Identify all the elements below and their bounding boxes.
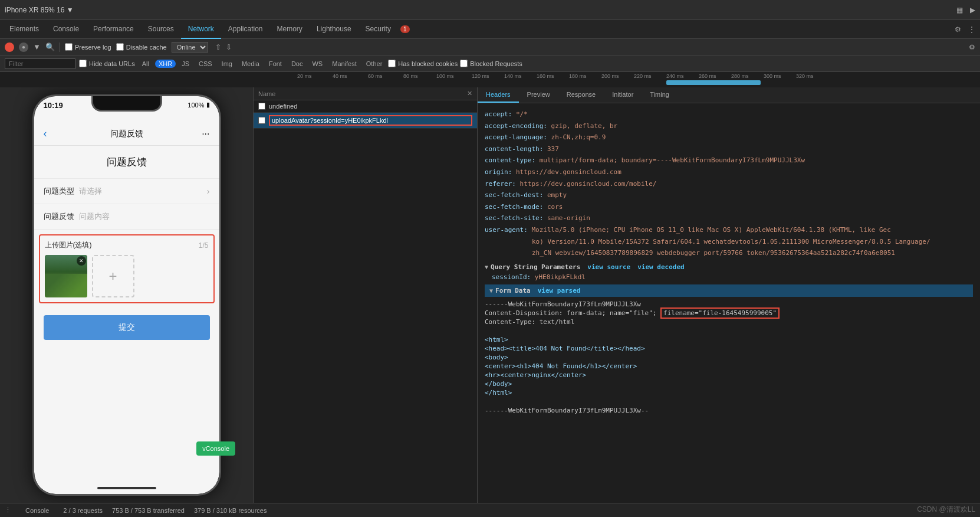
origin-header: origin: https://dev.gonsincloud.com <box>485 167 973 178</box>
tab-network[interactable]: Network <box>181 20 221 39</box>
main-content: 10:19 100% ▮ ‹ 问题反馈 ··· 问题反馈 <box>0 87 980 503</box>
filter-bar: Hide data URLs All XHR JS CSS Img Media … <box>0 55 980 72</box>
type-value: 请选择 <box>79 186 207 197</box>
tab-initiator[interactable]: Initiator <box>604 87 642 103</box>
separator <box>60 42 60 52</box>
content-length-key: content-length: <box>485 145 543 153</box>
disable-cache-checkbox[interactable]: Disable cache <box>116 43 167 51</box>
query-string-section-title[interactable]: ▼ Query String Parameters view source vi… <box>485 263 973 271</box>
tab-console[interactable]: Console <box>46 20 86 39</box>
form-data-label: Form Data <box>495 287 531 295</box>
item-checkbox-undefined[interactable] <box>258 103 265 110</box>
sec-fetch-site-value: same-origin <box>547 214 590 222</box>
record-button[interactable] <box>5 42 14 52</box>
back-button[interactable]: ‹ <box>44 127 47 140</box>
h1-tag: <center><h1>404 Not Found</h1></center> <box>485 362 973 370</box>
network-item-undefined[interactable]: undefined <box>254 100 477 113</box>
filter-js[interactable]: JS <box>178 60 193 68</box>
body-open-tag: <body> <box>485 354 973 361</box>
filter-css[interactable]: CSS <box>195 60 216 68</box>
type-arrow: › <box>207 186 210 196</box>
hide-data-urls-input[interactable] <box>79 60 87 67</box>
phone-main-title: 问题反馈 <box>107 156 147 168</box>
view-source-link[interactable]: view source <box>587 263 630 271</box>
network-item-upload[interactable]: uploadAvatar?sessionId=yHE0ikpkFLkdl <box>254 113 477 129</box>
upload-icon[interactable]: ⇧ <box>215 43 221 51</box>
vconsole-button[interactable]: vConsole <box>196 441 235 456</box>
tab-memory[interactable]: Memory <box>270 20 310 39</box>
problem-type-row: 问题类型 请选择 › <box>34 179 219 204</box>
tab-headers[interactable]: Headers <box>478 87 519 103</box>
view-decoded-link[interactable]: view decoded <box>637 263 684 271</box>
home-bar <box>34 482 219 494</box>
submit-button[interactable]: 提交 <box>44 315 210 340</box>
more-button[interactable]: ··· <box>202 129 209 139</box>
head-tag: <head><title>404 Not Found</title></head… <box>485 345 973 352</box>
upload-title: 上传图片(选填) <box>45 240 92 250</box>
pointer-icon[interactable]: ▶ <box>970 6 975 14</box>
copy-icon[interactable]: ▦ <box>956 6 963 14</box>
tab-settings-icon[interactable]: ⚙ <box>950 25 966 34</box>
boundary-value: ------WebKitFormBoundaryI73fLm9MPUJJL3Xw <box>485 300 641 308</box>
filter-img[interactable]: Img <box>218 60 236 68</box>
phone-screen: 10:19 100% ▮ ‹ 问题反馈 ··· 问题反馈 <box>34 96 219 494</box>
feedback-value: 问题内容 <box>79 211 210 222</box>
filter-xhr[interactable]: XHR <box>155 60 176 68</box>
disable-cache-label: Disable cache <box>126 44 167 51</box>
close-panel-button[interactable]: ✕ <box>467 90 472 97</box>
device-label[interactable]: iPhone XR 85% 16 ▼ <box>5 6 74 14</box>
filter-font[interactable]: Font <box>265 60 285 68</box>
tab-performance[interactable]: Performance <box>86 20 141 39</box>
query-toggle-icon: ▼ <box>485 264 488 270</box>
hide-data-urls-checkbox[interactable]: Hide data URLs <box>79 60 135 67</box>
filter-all[interactable]: All <box>139 60 153 68</box>
filter-icon[interactable]: ▼ <box>33 42 41 51</box>
session-id-value: yHE0ikpkFLkdl <box>535 273 586 281</box>
item-checkbox-upload[interactable] <box>258 117 265 124</box>
filter-media[interactable]: Media <box>238 60 263 68</box>
preserve-log-input[interactable] <box>65 43 73 51</box>
preserve-log-checkbox[interactable]: Preserve log <box>65 43 111 51</box>
content-length-value: 337 <box>547 145 559 153</box>
image-thumb[interactable]: ✕ <box>45 255 87 297</box>
tab-lighthouse[interactable]: Lighthouse <box>310 20 359 39</box>
tab-overflow-icon[interactable]: ⋮ <box>966 25 978 34</box>
form-data-content: ------WebKitFormBoundaryI73fLm9MPUJJL3Xw… <box>485 297 973 418</box>
download-icon[interactable]: ⇩ <box>226 43 232 51</box>
type-label: 问题类型 <box>44 186 79 197</box>
top-bar-icons: ▦ ▶ <box>956 6 975 14</box>
tab-timing[interactable]: Timing <box>642 87 678 103</box>
resources-size: 379 B / 310 kB resources <box>194 507 267 514</box>
add-image-button[interactable]: + <box>92 255 134 297</box>
tab-application[interactable]: Application <box>221 20 270 39</box>
settings-icon[interactable]: ⚙ <box>969 43 975 51</box>
throttle-select[interactable]: Online <box>172 42 208 53</box>
csdn-watermark: CSDN @清渡欢LL <box>917 505 975 515</box>
tab-sources[interactable]: Sources <box>141 20 181 39</box>
tab-response[interactable]: Response <box>558 87 604 103</box>
view-parsed-link[interactable]: view parsed <box>538 287 581 295</box>
remove-image-button[interactable]: ✕ <box>77 256 86 266</box>
tab-security[interactable]: Security <box>359 20 398 39</box>
battery-label: 100% <box>188 102 204 109</box>
console-tab[interactable]: Console <box>21 506 54 515</box>
filter-manifest[interactable]: Manifest <box>328 60 360 68</box>
form-data-section-title[interactable]: ▼ Form Data view parsed <box>489 287 968 295</box>
tab-preview[interactable]: Preview <box>519 87 558 103</box>
details-panel: Headers Preview Response Initiator Timin… <box>478 87 980 503</box>
filter-doc[interactable]: Doc <box>288 60 307 68</box>
filter-ws[interactable]: WS <box>308 60 326 68</box>
phone-time: 10:19 <box>44 101 63 110</box>
has-blocked-cookies-checkbox[interactable]: Has blocked cookies <box>388 60 458 67</box>
search-icon[interactable]: 🔍 <box>45 42 55 51</box>
disable-cache-input[interactable] <box>116 43 124 51</box>
boundary-end-value: ------WebKitFormBoundaryI73fLm9MPUJJL3Xw… <box>485 407 649 414</box>
filter-other[interactable]: Other <box>363 60 386 68</box>
phone-battery: 100% ▮ <box>188 101 209 109</box>
console-toggle[interactable]: ⋮ <box>5 506 11 514</box>
blocked-requests-checkbox[interactable]: Blocked Requests <box>460 60 522 67</box>
tab-elements[interactable]: Elements <box>2 20 46 39</box>
accept-key: accept: <box>485 110 512 118</box>
filter-input[interactable] <box>5 58 75 69</box>
stop-button[interactable]: ● <box>19 42 28 52</box>
